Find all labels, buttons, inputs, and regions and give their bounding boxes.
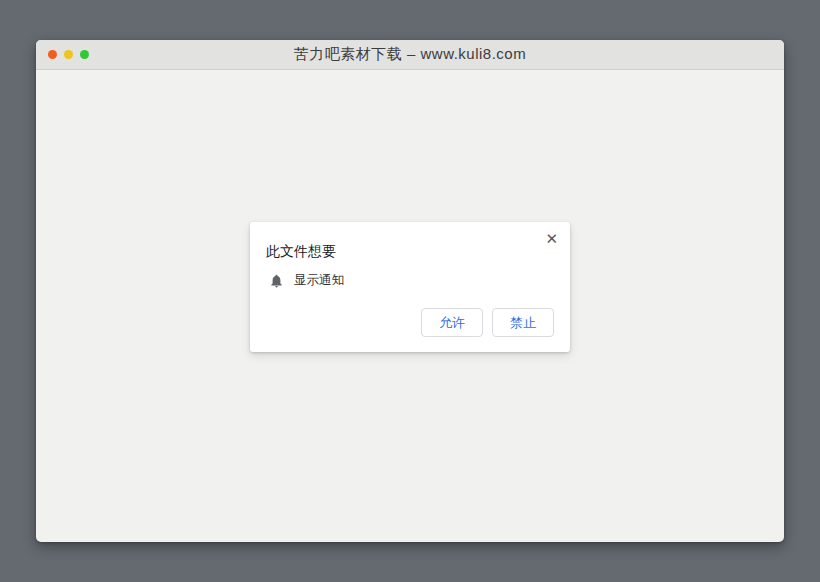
permission-row: 显示通知	[269, 272, 344, 289]
dialog-buttons: 允许 禁止	[421, 308, 554, 337]
close-icon[interactable]: ✕	[542, 229, 561, 248]
zoom-window-button[interactable]	[80, 50, 89, 59]
deny-button[interactable]: 禁止	[492, 308, 554, 337]
window-titlebar[interactable]: 苦力吧素材下载 – www.kuli8.com	[36, 40, 784, 70]
traffic-lights	[48, 40, 89, 69]
window-content: ✕ 此文件想要 显示通知 允许 禁止	[36, 71, 784, 542]
dialog-title: 此文件想要	[266, 243, 336, 261]
bell-icon	[269, 273, 284, 289]
close-window-button[interactable]	[48, 50, 57, 59]
notification-permission-dialog: ✕ 此文件想要 显示通知 允许 禁止	[250, 222, 570, 352]
browser-window: 苦力吧素材下载 – www.kuli8.com ✕ 此文件想要 显示通知 允许 …	[36, 40, 784, 542]
desktop-background: 苦力吧素材下载 – www.kuli8.com ✕ 此文件想要 显示通知 允许 …	[0, 0, 820, 582]
permission-label: 显示通知	[294, 272, 344, 289]
allow-button[interactable]: 允许	[421, 308, 483, 337]
window-title: 苦力吧素材下载 – www.kuli8.com	[294, 45, 526, 64]
minimize-window-button[interactable]	[64, 50, 73, 59]
